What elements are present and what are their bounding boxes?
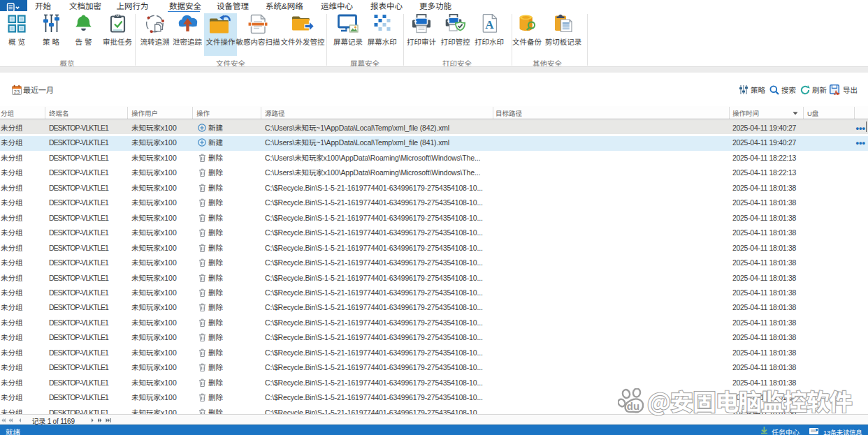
svg-text:A: A bbox=[485, 18, 494, 31]
svg-text:@安固电脑监控软件: @安固电脑监控软件 bbox=[647, 385, 852, 418]
svg-text:23: 23 bbox=[14, 89, 20, 95]
svg-text:du: du bbox=[627, 400, 639, 412]
